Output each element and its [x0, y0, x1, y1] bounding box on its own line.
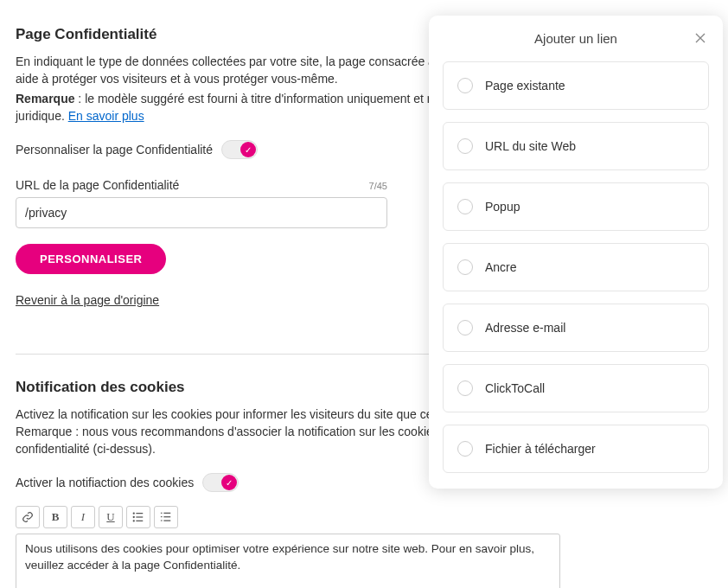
- svg-rect-1: [136, 513, 143, 514]
- link-option-url[interactable]: URL du site Web: [443, 122, 709, 170]
- option-label: Fichier à télécharger: [485, 442, 596, 456]
- link-option-clicktocall[interactable]: ClickToCall: [443, 364, 709, 412]
- option-label: ClickToCall: [485, 381, 545, 395]
- svg-rect-10: [161, 521, 163, 521]
- link-icon: [22, 511, 34, 523]
- svg-rect-9: [163, 516, 170, 517]
- note-label: Remarque: [16, 92, 74, 105]
- toolbar-underline-button[interactable]: U: [99, 506, 123, 528]
- toolbar-italic-button[interactable]: I: [71, 506, 95, 528]
- bullet-list-icon: [132, 511, 144, 523]
- svg-point-0: [133, 513, 135, 514]
- panel-close-button[interactable]: [693, 31, 707, 45]
- radio-icon: [457, 78, 473, 93]
- close-icon: [695, 33, 706, 43]
- radio-icon: [457, 138, 473, 154]
- link-option-existing-page[interactable]: Page existante: [443, 61, 709, 110]
- check-icon: ✓: [240, 142, 256, 157]
- cookies-toggle[interactable]: ✓: [202, 473, 239, 492]
- customize-button[interactable]: PERSONNALISER: [16, 244, 166, 274]
- cookies-editor[interactable]: Nous utilisons des cookies pour optimise…: [16, 534, 560, 588]
- add-link-panel: Ajouter un lien Page existante URL du si…: [429, 16, 723, 489]
- svg-point-2: [133, 516, 135, 518]
- option-label: Page existante: [485, 79, 565, 93]
- link-option-anchor[interactable]: Ancre: [443, 243, 709, 291]
- option-label: Popup: [485, 200, 520, 214]
- svg-rect-7: [163, 513, 170, 514]
- svg-rect-8: [161, 516, 163, 517]
- radio-icon: [457, 259, 473, 275]
- radio-icon: [457, 441, 473, 457]
- svg-rect-11: [163, 521, 170, 521]
- option-label: URL du site Web: [485, 139, 576, 153]
- link-option-email[interactable]: Adresse e-mail: [443, 304, 709, 352]
- cookies-toggle-label: Activer la notifiaction des cookies: [16, 476, 194, 489]
- toolbar-numbered-list-button[interactable]: [154, 506, 178, 528]
- customize-privacy-toggle[interactable]: ✓: [221, 140, 258, 159]
- radio-icon: [457, 380, 473, 396]
- svg-rect-3: [136, 517, 143, 518]
- svg-point-4: [133, 520, 135, 521]
- toolbar-bold-button[interactable]: B: [43, 506, 67, 528]
- editor-toolbar: B I U: [16, 506, 555, 528]
- check-icon: ✓: [221, 475, 237, 490]
- option-label: Adresse e-mail: [485, 321, 565, 335]
- svg-rect-5: [136, 521, 143, 521]
- radio-icon: [457, 199, 473, 214]
- panel-title: Ajouter un lien: [534, 31, 617, 46]
- customize-privacy-toggle-label: Personnaliser la page Confidentialité: [16, 143, 213, 157]
- radio-icon: [457, 320, 473, 336]
- privacy-url-label: URL de la page Confidentialité: [16, 178, 179, 192]
- reset-link[interactable]: Revenir à la page d'origine: [16, 293, 159, 307]
- svg-rect-6: [161, 513, 163, 514]
- toolbar-link-button[interactable]: [16, 506, 40, 528]
- toolbar-bullet-list-button[interactable]: [126, 506, 150, 528]
- privacy-url-counter: 7/45: [369, 181, 387, 191]
- privacy-url-input[interactable]: [16, 197, 387, 228]
- learn-more-link[interactable]: En savoir plus: [68, 109, 144, 123]
- numbered-list-icon: [160, 511, 172, 523]
- link-option-file[interactable]: Fichier à télécharger: [443, 425, 709, 473]
- option-label: Ancre: [485, 260, 517, 274]
- link-option-popup[interactable]: Popup: [443, 182, 709, 231]
